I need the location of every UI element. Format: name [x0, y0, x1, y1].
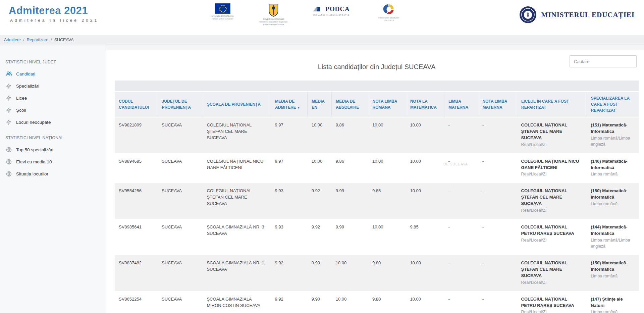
sidebar-item-elevi-cu-media-10[interactable]: Elevi cu media 10: [5, 156, 103, 168]
breadcrumb-link-repartizare[interactable]: Repartizare: [27, 38, 49, 42]
cell-scoala: COLEGIUL NAȚIONAL NICU GANE FĂLTICENI: [203, 153, 271, 183]
table-row: SV8985641 SUCEAVA ȘCOALA GIMNAZIALĂ NR. …: [115, 219, 639, 255]
search-input[interactable]: [570, 55, 637, 67]
podca-logo: PODCA INOVAȚIE ÎN ADMINISTRAȚIE: [306, 3, 357, 16]
cell-media-admitere: 9.93: [271, 183, 307, 219]
table-row: SV8894685 SUCEAVA COLEGIUL NAȚIONAL NICU…: [115, 153, 639, 183]
sidebar-item-top-50-specializari[interactable]: Top 50 specializări: [5, 144, 103, 156]
column-header-limba-materna[interactable]: LIMBA MATERNĂ: [444, 92, 478, 117]
sidebar-item-situatia-locurilor[interactable]: Situația locurilor: [5, 168, 103, 180]
cell-codul-candidatului: SV8985641: [115, 219, 158, 255]
cell-scoala: ȘCOALA GIMNAZIALĂ NR. 1 SUCEAVA: [203, 255, 271, 291]
breadcrumb-current: SUCEAVA: [54, 38, 74, 42]
column-header-media-en[interactable]: MEDIA EN: [308, 92, 332, 117]
cell-nota-matematica: 10.00: [406, 291, 444, 313]
sidebar-item-locuri-neocupate[interactable]: Locuri neocupate: [5, 116, 103, 128]
cell-codul-candidatului: SV9821809: [115, 117, 158, 153]
bolt-icon: [5, 95, 12, 101]
column-header-nota-romana[interactable]: NOTA LIMBA ROMÂNĂ: [368, 92, 406, 117]
cell-judet: SUCEAVA: [158, 255, 203, 291]
liceu-name: COLEGIUL NAȚIONAL ȘTEFAN CEL MARE SUCEAV…: [521, 260, 583, 279]
specializare-limba: Limba română: [591, 201, 635, 207]
sidebar-item-label: Licee: [16, 96, 27, 101]
table-row: SV9837482 SUCEAVA ȘCOALA GIMNAZIALĂ NR. …: [115, 255, 639, 291]
cell-media-absolvire: 9.86: [332, 117, 368, 153]
column-header-media-absolvire[interactable]: MEDIA DE ABSOLVIRE: [332, 92, 368, 117]
cell-media-en: 9.92: [308, 183, 332, 219]
cell-limba-materna: -: [444, 153, 478, 183]
cell-nota-matematica: 10.00: [406, 255, 444, 291]
table-row: SV9554256 SUCEAVA COLEGIUL NAȚIONAL ȘTEF…: [115, 183, 639, 219]
column-header-codul[interactable]: CODUL CANDIDATULUI: [115, 92, 158, 117]
column-header-scoala[interactable]: ȘCOALA DE PROVENIENȚĂ: [203, 92, 271, 117]
cell-liceu: COLEGIUL NAȚIONAL PETRU RAREȘ SUCEAVA Re…: [517, 219, 587, 255]
cell-nota-matematica: 10.00: [406, 183, 444, 219]
globe-icon: [5, 158, 12, 165]
table-header-band: [115, 81, 639, 92]
cell-nota-romana: 9.80: [368, 255, 406, 291]
column-header-nota-matematica[interactable]: NOTA LA MATEMATICĂ: [406, 92, 444, 117]
breadcrumb: Admitere / Repartizare / SUCEAVA: [0, 35, 644, 45]
cell-media-en: 10.00: [308, 117, 332, 153]
gov-arms-logo: GUVERNUL ROMÂNIEI Ministerul Dezvoltării…: [255, 3, 292, 26]
cell-nota-limba-materna: -: [478, 219, 517, 255]
cell-specializare: (151) Matematică-Informatică Limba român…: [587, 117, 639, 153]
cell-nota-romana: 9.80: [368, 291, 406, 313]
romanian-coat-of-arms-icon: [269, 3, 279, 17]
cell-media-en: 9.90: [308, 255, 332, 291]
column-header-media-admitere[interactable]: MEDIA DE ADMITERE▼: [271, 92, 307, 117]
cell-media-absolvire: 9.86: [332, 153, 368, 183]
sidebar-item-label: Elevi cu media 10: [16, 159, 52, 164]
column-header-judet[interactable]: JUDEȚUL DE PROVENIENȚĂ: [158, 92, 203, 117]
cell-limba-materna: -: [444, 219, 478, 255]
cell-media-absolvire: 10.00: [332, 291, 368, 313]
cell-nota-limba-materna: -: [478, 117, 517, 153]
app-subtitle: Admiterea în licee 2021: [9, 18, 99, 23]
cell-codul-candidatului: SV8894685: [115, 153, 158, 183]
liceu-name: COLEGIUL NAȚIONAL ȘTEFAN CEL MARE SUCEAV…: [521, 188, 583, 207]
cell-media-absolvire: 9.99: [332, 219, 368, 255]
funding-logos: UNIUNEA EUROPEANĂ Fondul Social European…: [204, 3, 408, 26]
eu-flag-caption: UNIUNEA EUROPEANĂ Fondul Social European: [212, 15, 234, 20]
sidebar-item-label: Candidați: [16, 71, 35, 76]
cell-judet: SUCEAVA: [158, 153, 203, 183]
column-header-nota-limba-materna[interactable]: NOTA LIMBA MATERNĂ: [478, 92, 517, 117]
cell-scoala: ȘCOALA GIMNAZIALĂ NR. 3 SUCEAVA: [203, 219, 271, 255]
cell-codul-candidatului: SV9837482: [115, 255, 158, 291]
sidebar-item-specializari[interactable]: Specializări: [5, 80, 103, 92]
sidebar-item-scoli[interactable]: Școli: [5, 104, 103, 116]
cell-media-admitere: 9.93: [271, 219, 307, 255]
sidebar-item-candidati[interactable]: Candidați: [5, 68, 103, 80]
sidebar-item-label: Specializări: [16, 84, 39, 89]
sidebar-item-licee[interactable]: Licee: [5, 92, 103, 104]
column-header-specializare[interactable]: SPECIALIZAREA LA CARE A FOST REPARTIZAT: [587, 92, 639, 117]
sidebar-item-label: Situația locurilor: [16, 171, 48, 176]
liceu-name: COLEGIUL NAȚIONAL ȘTEFAN CEL MARE SUCEAV…: [521, 122, 583, 141]
cell-liceu: COLEGIUL NAȚIONAL PETRU RAREȘ SUCEAVA Re…: [517, 291, 587, 313]
structural-instruments-icon: [383, 3, 395, 15]
cell-media-admitere: 9.92: [271, 291, 307, 313]
cell-limba-materna: -: [444, 117, 478, 153]
specializare-limba: Limba română/Limba engleză: [591, 237, 635, 249]
cell-nota-limba-materna: -: [478, 255, 517, 291]
specializare-name: (140) Matematică-Informatică: [591, 158, 635, 171]
liceu-profile: Real/Liceal/Zi: [521, 142, 583, 148]
cell-judet: SUCEAVA: [158, 183, 203, 219]
cell-nota-romana: 10.00: [368, 153, 406, 183]
specializare-name: (150) Matematică-Informatică: [591, 188, 635, 201]
cell-liceu: COLEGIUL NAȚIONAL ȘTEFAN CEL MARE SUCEAV…: [517, 117, 587, 153]
cell-nota-matematica: 10.00: [406, 153, 444, 183]
podca-mark-icon: [313, 5, 324, 13]
cell-liceu: COLEGIUL NAȚIONAL ȘTEFAN CEL MARE SUCEAV…: [517, 255, 587, 291]
cell-limba-materna: -: [444, 291, 478, 313]
column-header-liceu[interactable]: LICEUL ÎN CARE A FOST REPARTIZAT: [517, 92, 587, 117]
liceu-profile: Real/Liceal/Zi: [521, 171, 583, 177]
liceu-profile: Real/Liceal/Zi: [521, 237, 583, 243]
breadcrumb-link-admitere[interactable]: Admitere: [4, 38, 21, 42]
eu-flag-logo: UNIUNEA EUROPEANĂ Fondul Social European: [204, 3, 241, 20]
ministry-name: MINISTERUL EDUCAȚIEI: [541, 11, 635, 19]
sidebar: STATISTICI NIVEL JUDEȚ Candidați Special…: [0, 45, 106, 313]
cell-media-admitere: 9.92: [271, 255, 307, 291]
bolt-icon: [5, 83, 12, 89]
cell-codul-candidatului: SV8652254: [115, 291, 158, 313]
